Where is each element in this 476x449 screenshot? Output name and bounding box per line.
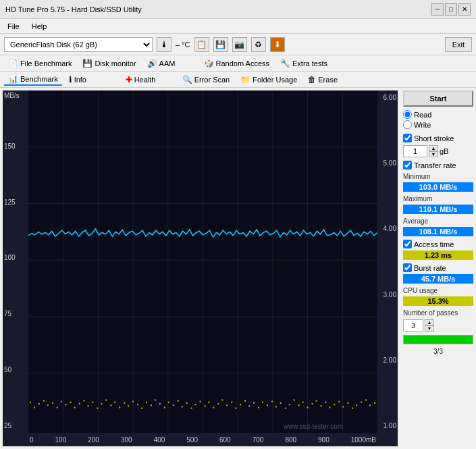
short-stroke-spinners: ▲ ▼ bbox=[429, 145, 438, 157]
svg-rect-54 bbox=[204, 405, 205, 406]
svg-rect-67 bbox=[262, 402, 263, 403]
short-stroke-checkbox-label[interactable]: Short stroke bbox=[403, 134, 473, 142]
close-button[interactable]: ✕ bbox=[458, 3, 471, 16]
svg-rect-81 bbox=[325, 402, 326, 403]
svg-rect-57 bbox=[217, 403, 219, 404]
x-axis: 0 100 200 300 400 500 600 700 800 900 10… bbox=[28, 433, 377, 446]
y-axis-right: 6.00 5.00 4.00 3.00 2.00 1.00 bbox=[377, 90, 398, 433]
svg-rect-23 bbox=[65, 404, 67, 405]
menu-file[interactable]: File bbox=[5, 22, 22, 31]
read-radio[interactable] bbox=[403, 110, 412, 119]
tab-folder-usage-label: Folder Usage bbox=[253, 76, 297, 84]
progress-bar-container bbox=[403, 335, 473, 344]
read-radio-label[interactable]: Read bbox=[403, 110, 473, 119]
icon3[interactable]: 📷 bbox=[232, 37, 247, 52]
icon1[interactable]: 📋 bbox=[194, 37, 209, 52]
temperature-label: – °C bbox=[176, 41, 190, 49]
svg-rect-29 bbox=[92, 402, 93, 403]
svg-rect-92 bbox=[374, 402, 375, 404]
svg-rect-88 bbox=[356, 404, 357, 406]
access-time-checkbox-label[interactable]: Access time bbox=[403, 240, 473, 248]
burst-rate-checkbox-label[interactable]: Burst rate bbox=[403, 263, 473, 272]
tab-random-access-label: Random Access bbox=[216, 59, 269, 68]
svg-rect-25 bbox=[74, 406, 76, 408]
svg-rect-72 bbox=[285, 408, 286, 409]
access-time-checkbox[interactable] bbox=[403, 240, 412, 248]
svg-rect-21 bbox=[57, 406, 58, 408]
tab-disk-monitor[interactable]: 💾 Disk monitor bbox=[78, 58, 140, 69]
svg-rect-59 bbox=[226, 404, 228, 406]
passes-spin-up[interactable]: ▲ bbox=[425, 319, 434, 325]
minimum-value: 103.0 MB/s bbox=[403, 182, 473, 192]
svg-rect-32 bbox=[105, 399, 107, 400]
tab-random-access[interactable]: 🎲 Random Access bbox=[200, 58, 273, 69]
health-icon: ✚ bbox=[126, 75, 132, 84]
burst-rate-label: Burst rate bbox=[414, 264, 446, 272]
maximize-button[interactable]: □ bbox=[445, 3, 457, 16]
icon4[interactable]: ♻ bbox=[251, 37, 266, 52]
short-stroke-spin-row: ▲ ▼ gB bbox=[403, 145, 473, 157]
svg-rect-33 bbox=[110, 404, 111, 406]
icon2[interactable]: 💾 bbox=[213, 37, 228, 52]
tab-benchmark-label: Benchmark bbox=[20, 75, 58, 83]
svg-rect-62 bbox=[240, 404, 241, 405]
chart-area: MB/s ms 150 125 100 75 50 25 6.00 5.00 4… bbox=[3, 90, 398, 446]
write-radio-label[interactable]: Write bbox=[403, 120, 473, 129]
svg-rect-84 bbox=[338, 401, 340, 402]
exit-button[interactable]: Exit bbox=[445, 37, 472, 52]
icon5[interactable]: ⬇ bbox=[270, 37, 285, 52]
short-stroke-checkbox[interactable] bbox=[403, 134, 412, 142]
svg-rect-68 bbox=[267, 404, 268, 406]
transfer-rate-checkbox[interactable] bbox=[403, 161, 412, 169]
svg-rect-46 bbox=[168, 402, 169, 403]
svg-rect-56 bbox=[213, 406, 214, 408]
tab-error-scan[interactable]: 🔍 Error Scan bbox=[178, 74, 234, 85]
svg-rect-80 bbox=[320, 405, 321, 406]
burst-rate-checkbox[interactable] bbox=[403, 263, 412, 272]
tab-file-benchmark[interactable]: 📄 File Benchmark bbox=[4, 58, 76, 69]
spin-up[interactable]: ▲ bbox=[429, 145, 438, 151]
svg-rect-16 bbox=[34, 406, 35, 408]
tab-health[interactable]: ✚ Health bbox=[122, 74, 176, 85]
minimize-button[interactable]: ─ bbox=[431, 3, 444, 16]
svg-rect-79 bbox=[316, 400, 317, 402]
tab-benchmark[interactable]: 📊 Benchmark bbox=[4, 74, 62, 86]
write-radio[interactable] bbox=[403, 120, 412, 129]
burst-rate-value: 45.7 MB/s bbox=[403, 274, 473, 284]
tab-erase[interactable]: 🗑 Erase bbox=[304, 74, 358, 85]
svg-rect-28 bbox=[87, 405, 88, 406]
svg-rect-44 bbox=[159, 403, 161, 404]
start-button[interactable]: Start bbox=[403, 90, 473, 107]
read-label: Read bbox=[414, 111, 431, 119]
title-bar: HD Tune Pro 5.75 - Hard Disk/SSD Utility… bbox=[0, 0, 476, 19]
svg-rect-78 bbox=[312, 403, 313, 404]
passes-input[interactable] bbox=[403, 319, 423, 332]
tab-extra-tests[interactable]: 🔧 Extra tests bbox=[276, 58, 332, 69]
tab-info[interactable]: ℹ Info bbox=[65, 74, 119, 85]
tab-extra-tests-label: Extra tests bbox=[292, 59, 327, 68]
tab-aam[interactable]: 🔊 AAM bbox=[143, 58, 197, 69]
svg-rect-42 bbox=[151, 404, 152, 406]
spin-down[interactable]: ▼ bbox=[429, 151, 438, 157]
disk-select[interactable]: GenericFlash Disk (62 gB) bbox=[4, 37, 153, 52]
svg-rect-53 bbox=[200, 401, 201, 402]
svg-rect-37 bbox=[128, 405, 129, 406]
short-stroke-input[interactable] bbox=[403, 145, 427, 157]
svg-text:www.ssd-tester.com: www.ssd-tester.com bbox=[283, 423, 344, 431]
maximum-label: Maximum bbox=[403, 195, 473, 203]
svg-rect-82 bbox=[329, 406, 330, 408]
svg-rect-86 bbox=[347, 402, 348, 404]
svg-rect-30 bbox=[97, 408, 98, 409]
maximum-value: 110.1 MB/s bbox=[403, 205, 473, 214]
average-value: 108.1 MB/s bbox=[403, 227, 473, 236]
disk-monitor-icon: 💾 bbox=[82, 59, 92, 68]
transfer-rate-checkbox-label[interactable]: Transfer rate bbox=[403, 161, 473, 169]
progress-bar-fill bbox=[404, 336, 473, 344]
tab-folder-usage[interactable]: 📁 Folder Usage bbox=[236, 74, 301, 85]
svg-rect-70 bbox=[275, 406, 277, 407]
passes-spin-down[interactable]: ▼ bbox=[425, 325, 434, 332]
menu-help[interactable]: Help bbox=[30, 22, 49, 31]
tabs-row-1: 📄 File Benchmark 💾 Disk monitor 🔊 AAM 🎲 … bbox=[0, 55, 476, 72]
write-label: Write bbox=[414, 121, 431, 129]
tab-health-label: Health bbox=[134, 76, 156, 84]
